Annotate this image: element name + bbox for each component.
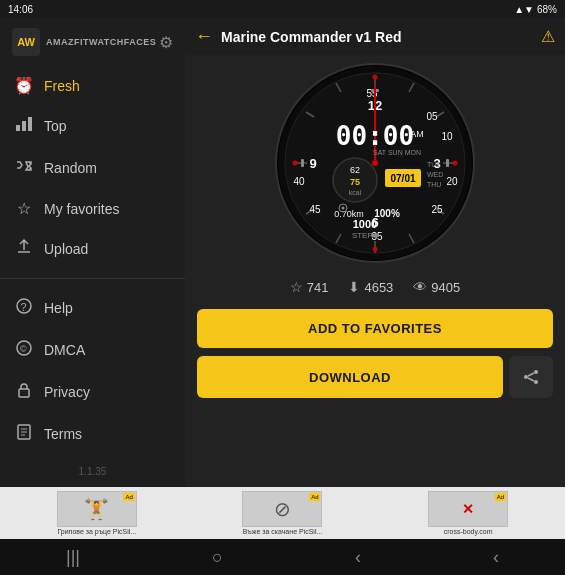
ad-banner: 🏋 Ad Грипове за ръце PicSil... ⊘ Ad Въже…: [0, 487, 565, 539]
svg-line-67: [528, 378, 534, 381]
svg-text:TUE: TUE: [427, 161, 441, 168]
sidebar-item-top[interactable]: Top: [0, 105, 185, 147]
ad-image-2: ⊘ Ad: [242, 491, 322, 527]
main-container: AW AMAZFITWATCHFACES ⚙ ⏰ Fresh: [0, 18, 565, 487]
svg-point-64: [524, 375, 528, 379]
sidebar-item-dmca[interactable]: © DMCA: [0, 329, 185, 371]
right-header: ← Marine Commander v1 Red ⚠: [185, 18, 565, 55]
ad-item-3[interactable]: ✕ Ad cross-body.com: [426, 491, 511, 535]
svg-point-25: [373, 247, 378, 252]
sidebar-scroll: ⏰ Fresh Top: [0, 66, 185, 460]
dmca-icon: ©: [14, 339, 34, 361]
svg-point-24: [453, 161, 458, 166]
top-icon: [14, 115, 34, 137]
nav-recent-apps-button[interactable]: |||: [46, 543, 100, 572]
svg-text:1000: 1000: [353, 218, 377, 230]
svg-line-66: [528, 373, 534, 376]
stat-views: 👁 9405: [413, 279, 460, 295]
back-button[interactable]: ←: [195, 26, 213, 47]
ad-badge-3: Ad: [495, 493, 506, 501]
status-right: ▲▼ 68%: [514, 4, 557, 15]
sidebar-item-label-top: Top: [44, 118, 67, 134]
privacy-icon: [14, 381, 34, 403]
ad-badge-1: Ad: [123, 493, 134, 501]
sidebar-item-label-terms: Terms: [44, 426, 82, 442]
svg-text:10: 10: [441, 131, 453, 142]
svg-text:©: ©: [20, 344, 27, 354]
ad-image-3: ✕ Ad: [428, 491, 508, 527]
sidebar-item-label-fresh: Fresh: [44, 78, 80, 94]
svg-text:100%: 100%: [374, 208, 400, 219]
svg-point-62: [342, 207, 345, 210]
sidebar-item-fresh[interactable]: ⏰ Fresh: [0, 66, 185, 105]
svg-text:SAT  SUN  MON: SAT SUN MON: [373, 149, 421, 156]
svg-text:40: 40: [293, 176, 305, 187]
sidebar-logo: AW AMAZFITWATCHFACES: [12, 28, 156, 56]
ad-item-1[interactable]: 🏋 Ad Грипове за ръце PicSil...: [54, 491, 139, 535]
sidebar-item-upload[interactable]: Upload: [0, 228, 185, 270]
ad-text-3: cross-body.com: [444, 528, 493, 535]
right-panel: ← Marine Commander v1 Red ⚠: [185, 18, 565, 487]
bottom-nav: ||| ○ ‹ ‹: [0, 539, 565, 575]
svg-text:?: ?: [21, 301, 27, 313]
download-icon: ⬇: [348, 279, 360, 295]
sidebar-item-privacy[interactable]: Privacy: [0, 371, 185, 413]
svg-point-23: [373, 75, 378, 80]
fresh-icon: ⏰: [14, 76, 34, 95]
settings-icon[interactable]: ⚙: [159, 33, 173, 52]
svg-rect-36: [446, 159, 449, 167]
sidebar-item-label-privacy: Privacy: [44, 384, 90, 400]
add-to-favorites-button[interactable]: ADD TO FAVORITES: [197, 309, 553, 348]
svg-text:25: 25: [431, 204, 443, 215]
svg-text:kcal: kcal: [349, 189, 362, 196]
sidebar-item-terms[interactable]: Terms: [0, 413, 185, 455]
eye-icon: 👁: [413, 279, 427, 295]
sidebar: AW AMAZFITWATCHFACES ⚙ ⏰ Fresh: [0, 18, 185, 487]
svg-text:05: 05: [426, 111, 438, 122]
svg-point-65: [534, 380, 538, 384]
ad-text-1: Грипове за ръце PicSil...: [57, 528, 136, 535]
download-row: DOWNLOAD: [197, 356, 553, 398]
sidebar-item-label-upload: Upload: [44, 241, 88, 257]
svg-text:07/01: 07/01: [390, 173, 415, 184]
ad-image-1: 🏋 Ad: [57, 491, 137, 527]
svg-point-26: [293, 161, 298, 166]
watch-face: 55 05 10 20 25 35 45 40 12 3 6: [275, 63, 475, 263]
stat-favorites: ☆ 741: [290, 279, 329, 295]
logo-text: AMAZFITWATCHFACES: [46, 37, 156, 47]
ad-item-2[interactable]: ⊘ Ad Въже за скачане PicSil...: [240, 491, 325, 535]
sidebar-item-help[interactable]: ? Help: [0, 287, 185, 329]
stat-favorites-value: 741: [307, 280, 329, 295]
share-button[interactable]: [509, 356, 553, 398]
svg-text:THU: THU: [427, 181, 441, 188]
sidebar-item-random[interactable]: Random: [0, 147, 185, 189]
svg-rect-0: [16, 125, 20, 131]
sidebar-item-label-favorites: My favorites: [44, 201, 119, 217]
sidebar-header: AW AMAZFITWATCHFACES ⚙: [0, 18, 185, 66]
ad-content: 🏋 Ad Грипове за ръце PicSil... ⊘ Ad Въже…: [0, 489, 565, 537]
battery-level: 68%: [537, 4, 557, 15]
svg-text:00:00: 00:00: [336, 121, 414, 151]
terms-icon: [14, 423, 34, 445]
nav-back-button[interactable]: ‹: [335, 543, 381, 572]
sidebar-item-label-random: Random: [44, 160, 97, 176]
nav-back-button-2[interactable]: ‹: [473, 543, 519, 572]
nav-home-button[interactable]: ○: [192, 543, 243, 572]
logo-initials: AW: [17, 36, 35, 48]
ad-logo-3: ✕: [462, 501, 474, 517]
sidebar-item-favorites[interactable]: ☆ My favorites: [0, 189, 185, 228]
random-icon: [14, 157, 34, 179]
svg-text:WED: WED: [427, 171, 443, 178]
ad-text-2: Въже за скачане PicSil...: [243, 528, 323, 535]
download-button[interactable]: DOWNLOAD: [197, 356, 503, 398]
star-icon: ☆: [290, 279, 303, 295]
svg-text:STEPS: STEPS: [352, 231, 378, 240]
ad-figure-1: 🏋: [84, 497, 109, 521]
alert-icon[interactable]: ⚠: [541, 27, 555, 46]
svg-rect-1: [22, 121, 26, 131]
svg-rect-7: [19, 389, 29, 397]
sidebar-item-label-help: Help: [44, 300, 73, 316]
svg-text:20: 20: [446, 176, 458, 187]
svg-point-63: [534, 370, 538, 374]
svg-text:75: 75: [350, 177, 360, 187]
